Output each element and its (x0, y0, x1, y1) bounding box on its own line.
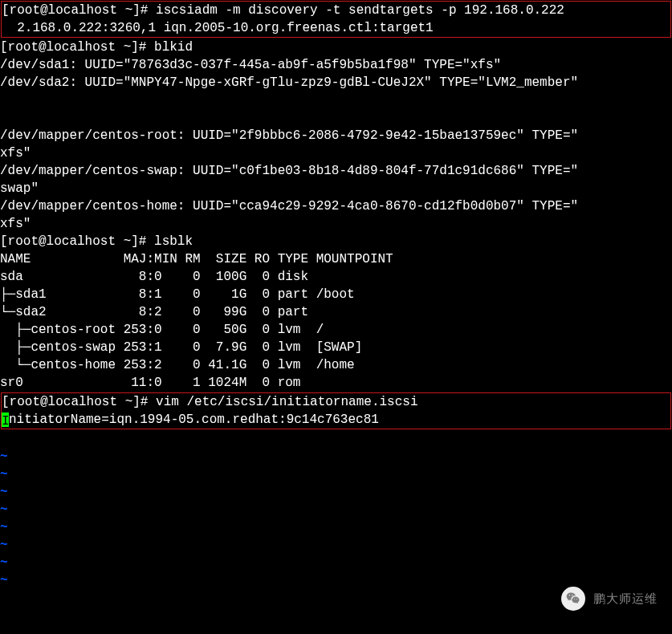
lsblk-row: sr0 11:0 1 1024M 0 rom (0, 374, 672, 392)
vim-tilde: ~ (0, 483, 672, 501)
blkid-output (0, 109, 672, 127)
vim-tilde: ~ (0, 518, 672, 536)
blkid-output: xfs" (0, 144, 672, 162)
cmd-line-lsblk: [root@localhost ~]# lsblk (0, 233, 672, 250)
lsblk-row: sda 8:0 0 100G 0 disk (0, 268, 672, 286)
cmd-vim-text: vim /etc/iscsi/initiatorname.iscsi (156, 395, 417, 409)
vim-tilde: ~ (0, 465, 672, 483)
cmd-lsblk-text: lsblk (154, 234, 193, 249)
watermark-text: 鹏大师运维 (593, 590, 658, 608)
blkid-output: /dev/mapper/centos-swap: UUID="c0f1be03-… (0, 162, 672, 180)
blkid-output: /dev/mapper/centos-root: UUID="2f9bbbc6-… (0, 127, 672, 144)
vim-tilde: ~ (0, 448, 672, 465)
lsblk-row: ├─centos-root 253:0 0 50G 0 lvm / (0, 321, 672, 339)
blkid-output: /dev/sda1: UUID="78763d3c-037f-445a-ab9f… (0, 56, 672, 74)
lsblk-row: └─sda2 8:2 0 99G 0 part (0, 303, 672, 321)
prompt: [root@localhost ~]# (2, 395, 156, 409)
blkid-output: swap" (0, 180, 672, 197)
cmd-blkid-text: blkid (154, 40, 193, 55)
prompt: [root@localhost ~]# (0, 234, 154, 249)
blkid-output (0, 91, 672, 109)
prompt: [root@localhost ~]# (2, 3, 156, 18)
lsblk-row: ├─centos-swap 253:1 0 7.9G 0 lvm [SWAP] (0, 339, 672, 356)
lsblk-row: ├─sda1 8:1 0 1G 0 part /boot (0, 286, 672, 303)
cmd-line-blkid: [root@localhost ~]# blkid (0, 39, 672, 56)
vim-tilde: ~ (0, 536, 672, 554)
blkid-output: /dev/sda2: UUID="MNPY47-Npge-xGRf-gTlu-z… (0, 74, 672, 91)
terminal-window[interactable]: [root@localhost ~]# iscsiadm -m discover… (0, 1, 672, 634)
wechat-icon (561, 587, 585, 611)
initiator-name-text: nitiatorName=iqn.1994-05.com.redhat:9c14… (9, 413, 379, 427)
watermark: 鹏大师运维 (561, 587, 658, 611)
cmd-discovery-text: iscsiadm -m discovery -t sendtargets -p … (156, 3, 564, 18)
blkid-output: /dev/mapper/centos-home: UUID="cca94c29-… (0, 197, 672, 215)
cursor-icon: I (2, 413, 9, 427)
vim-tilde: ~ (0, 554, 672, 571)
highlight-box-discovery: [root@localhost ~]# iscsiadm -m discover… (1, 1, 671, 38)
lsblk-row: └─centos-home 253:2 0 41.1G 0 lvm /home (0, 356, 672, 374)
vim-content-line: InitiatorName=iqn.1994-05.com.redhat:9c1… (2, 411, 670, 429)
highlight-box-vim: [root@localhost ~]# vim /etc/iscsi/initi… (1, 392, 671, 429)
blkid-output: xfs" (0, 215, 672, 233)
cmd-line-vim: [root@localhost ~]# vim /etc/iscsi/initi… (2, 393, 670, 411)
lsblk-header: NAME MAJ:MIN RM SIZE RO TYPE MOUNTPOINT (0, 250, 672, 268)
vim-empty-line (0, 430, 672, 448)
cmd-line-discovery: [root@localhost ~]# iscsiadm -m discover… (2, 2, 670, 19)
prompt: [root@localhost ~]# (0, 40, 154, 55)
discovery-output: 2.168.0.222:3260,1 iqn.2005-10.org.freen… (2, 19, 670, 37)
vim-tilde: ~ (0, 501, 672, 518)
